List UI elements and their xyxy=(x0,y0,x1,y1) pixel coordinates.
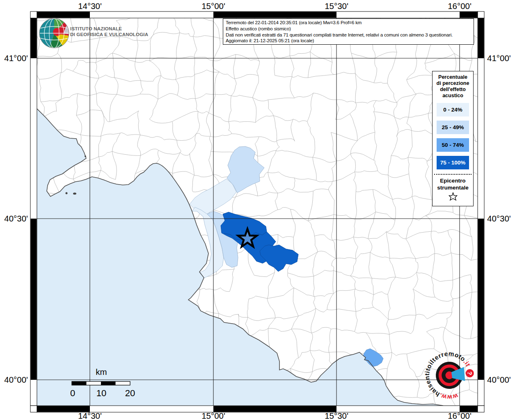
info-line-updated: Aggiornato il: 21-12-2025 05:21 (ora loc… xyxy=(226,38,471,44)
legend-epicenter-label: Epicentro strumentale xyxy=(433,178,473,191)
scale-bar-unit: km xyxy=(96,367,107,377)
ingv-logo-icon xyxy=(38,17,70,49)
scale-bar-tick: 10 xyxy=(96,388,106,398)
axis-label-bottom: 15°30' xyxy=(325,411,348,420)
legend-class-0-24: 0 - 24% xyxy=(437,103,469,116)
axis-label-top: 15°30' xyxy=(325,1,348,11)
axis-label-bottom: 15°00' xyxy=(201,411,225,420)
axis-label-bottom: 14°30' xyxy=(78,411,102,420)
axis-label-top: 16°00' xyxy=(448,1,472,11)
axis-label-right: 40°30' xyxy=(487,214,511,223)
legend-box: Percentuale di percezione dell'effetto a… xyxy=(432,71,474,206)
ingv-name-line: ISTITUTO NAZIONALE xyxy=(70,26,148,32)
legend-title: Percentuale di percezione dell'effetto a… xyxy=(433,74,473,99)
scale-bar-tick: 0 xyxy=(70,388,75,398)
axis-label-bottom: 16°00' xyxy=(448,411,472,420)
info-line-source: Dati non verificati estratti da 71 quest… xyxy=(226,32,471,38)
info-line-effect: Effetto acustico (rombo sismico) xyxy=(226,26,471,32)
ingv-name-line: DI GEOFISICA E VULCANOLOGIA xyxy=(70,32,148,38)
legend-class-50-74: 50 - 74% xyxy=(437,138,469,152)
legend-epicenter-star-icon xyxy=(448,192,458,202)
map-area xyxy=(31,12,495,418)
info-line-event: Terremoto del 22-01-2014 20:35:01 (ora l… xyxy=(226,20,471,26)
felt-map-page: km 0 10 20 ? www.haisentitoilterremoto.i… xyxy=(0,0,515,420)
axis-label-left: 40°30' xyxy=(4,214,28,223)
map-canvas: km 0 10 20 ? www.haisentitoilterremoto.i… xyxy=(0,0,515,420)
axis-label-left: 40°00' xyxy=(4,375,28,384)
legend-separator xyxy=(434,174,472,175)
ingv-logo-name: ISTITUTO NAZIONALE DI GEOFISICA E VULCAN… xyxy=(70,26,148,37)
islet-icon xyxy=(73,193,76,195)
legend-class-75-100: 75 - 100% xyxy=(437,156,469,169)
earthquake-info-box: Terremoto del 22-01-2014 20:35:01 (ora l… xyxy=(223,18,474,45)
axis-label-top: 14°30' xyxy=(78,1,102,11)
scale-bar-tick: 20 xyxy=(125,388,135,398)
islet-icon xyxy=(85,155,86,157)
axis-label-right: 41°00' xyxy=(487,53,511,63)
logo-question-mark: ? xyxy=(466,371,473,375)
axis-label-left: 41°00' xyxy=(4,53,28,63)
islet-icon xyxy=(66,192,68,194)
legend-class-25-49: 25 - 49% xyxy=(437,121,469,134)
axis-label-right: 40°00' xyxy=(487,375,511,384)
axis-label-top: 15°00' xyxy=(201,1,225,11)
